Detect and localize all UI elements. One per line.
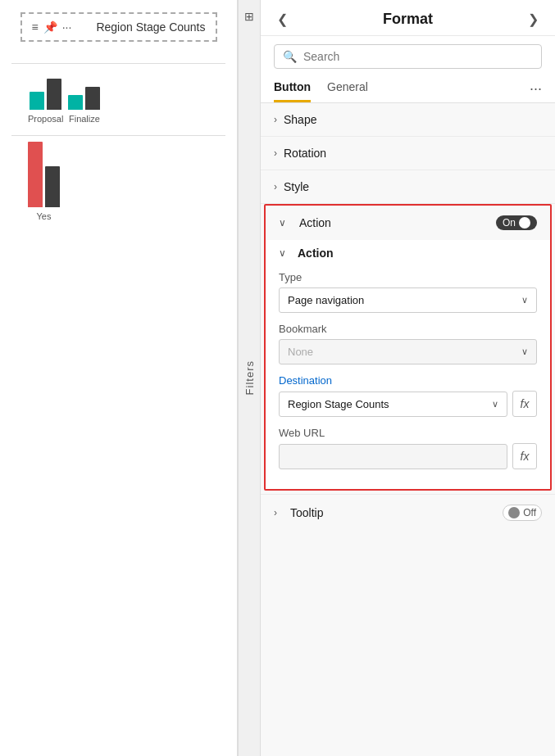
tab-general[interactable]: General xyxy=(327,80,368,102)
destination-fx-button[interactable]: fx xyxy=(512,391,537,417)
sub-action-label: Action xyxy=(298,247,334,260)
widget-toolbar: ≡ 📌 ··· xyxy=(32,20,72,34)
bar-chart-2: Yes xyxy=(11,143,225,224)
web-url-row: fx xyxy=(279,443,537,469)
bar-yes-dark xyxy=(45,166,60,207)
bookmark-value: None xyxy=(288,346,313,358)
tooltip-section[interactable]: › Tooltip Off xyxy=(261,494,555,531)
filters-label: Filters xyxy=(243,360,256,395)
tab-button[interactable]: Button xyxy=(274,80,311,102)
collapse-button[interactable]: ❮ xyxy=(274,10,291,29)
action-content: ∨ Action Type Page navigation ∨ Bookmark… xyxy=(266,240,550,489)
sub-action-header[interactable]: ∨ Action xyxy=(279,247,537,260)
toggle-on-label: On xyxy=(503,217,516,229)
destination-value: Region Stage Counts xyxy=(288,398,389,410)
tooltip-label: Tooltip xyxy=(290,506,323,519)
section-shape[interactable]: › Shape xyxy=(261,103,555,137)
action-toggle[interactable]: On xyxy=(496,215,537,230)
bookmark-label: Bookmark xyxy=(279,323,537,335)
chevron-tooltip-icon: › xyxy=(274,507,277,518)
action-section: ∨ Action On ∨ Action Type Page navigatio… xyxy=(264,204,552,491)
bar-finalize-teal xyxy=(68,95,83,110)
bookmark-dropdown[interactable]: None ∨ xyxy=(279,339,537,364)
toggle-circle xyxy=(519,217,530,229)
web-url-input[interactable] xyxy=(279,444,507,469)
type-value: Page navigation xyxy=(288,294,364,306)
type-label: Type xyxy=(279,271,537,283)
more-icon[interactable]: ··· xyxy=(62,20,72,34)
type-chevron-icon: ∨ xyxy=(521,295,528,306)
chevron-sub-action-icon: ∨ xyxy=(279,247,286,259)
bar-yes-red xyxy=(28,142,43,207)
divider xyxy=(11,63,225,64)
search-box: 🔍 xyxy=(274,44,542,69)
tabs-row: Button General ··· xyxy=(261,77,555,103)
shape-label: Shape xyxy=(284,113,316,126)
chart-area: Proposal Finalize xyxy=(8,50,229,748)
bar-group-proposal: Proposal xyxy=(28,79,63,124)
left-panel: ≡ 📌 ··· Region Stage Counts Proposal xyxy=(0,0,238,756)
filter-icon: ⊞ xyxy=(244,10,254,23)
type-dropdown[interactable]: Page navigation ∨ xyxy=(279,287,537,313)
toggle-off-label: Off xyxy=(523,507,536,518)
bar-group-yes: Yes xyxy=(28,142,60,221)
tab-more-button[interactable]: ··· xyxy=(530,80,542,102)
style-label: Style xyxy=(284,180,309,193)
format-header: ❮ Format ❯ xyxy=(261,0,555,36)
bar-proposal-teal xyxy=(30,92,44,110)
right-panel: ❮ Format ❯ 🔍 Button General ··· › Shape … xyxy=(261,0,555,756)
bar-label-finalize: Finalize xyxy=(69,114,100,124)
divider2 xyxy=(11,135,225,136)
destination-row: Region Stage Counts ∨ fx xyxy=(279,391,537,417)
destination-label: Destination xyxy=(279,374,537,387)
chevron-action-icon: ∨ xyxy=(279,217,286,229)
bar-chart-1: Proposal Finalize xyxy=(11,70,225,127)
tooltip-toggle[interactable]: Off xyxy=(503,505,542,521)
bar-chart-1-row: Proposal Finalize xyxy=(11,70,225,127)
bar-finalize-dark xyxy=(85,87,100,110)
expand-button[interactable]: ❯ xyxy=(525,10,542,29)
chevron-style-icon: › xyxy=(274,181,277,192)
pin-icon[interactable]: 📌 xyxy=(43,20,57,34)
bookmark-chevron-icon: ∨ xyxy=(521,346,528,357)
rotation-label: Rotation xyxy=(284,147,326,160)
web-url-fx-button[interactable]: fx xyxy=(512,443,537,469)
search-icon: 🔍 xyxy=(283,50,297,63)
section-rotation[interactable]: › Rotation xyxy=(261,137,555,170)
action-left: ∨ Action xyxy=(279,216,331,229)
bar-label-yes: Yes xyxy=(37,211,52,221)
chevron-shape-icon: › xyxy=(274,114,277,125)
bar-proposal-dark xyxy=(47,79,61,110)
tooltip-left: › Tooltip xyxy=(274,506,323,519)
widget-title: Region Stage Counts xyxy=(96,20,205,34)
chevron-rotation-icon: › xyxy=(274,147,277,159)
destination-chevron-icon: ∨ xyxy=(492,399,498,410)
search-container: 🔍 xyxy=(261,36,555,77)
section-style[interactable]: › Style xyxy=(261,170,555,204)
bar-label-proposal: Proposal xyxy=(28,114,63,124)
filters-panel: ⊞ Filters xyxy=(238,0,261,756)
destination-dropdown[interactable]: Region Stage Counts ∨ xyxy=(279,392,507,417)
hamburger-icon[interactable]: ≡ xyxy=(32,20,39,34)
search-input[interactable] xyxy=(303,50,533,63)
action-label: Action xyxy=(299,216,331,229)
format-title: Format xyxy=(383,11,433,28)
widget-box: ≡ 📌 ··· Region Stage Counts xyxy=(20,12,217,42)
web-url-label: Web URL xyxy=(279,427,537,439)
bar-group-finalize: Finalize xyxy=(68,87,100,124)
action-header[interactable]: ∨ Action On xyxy=(266,206,550,240)
toggle-circle-off xyxy=(508,507,520,518)
